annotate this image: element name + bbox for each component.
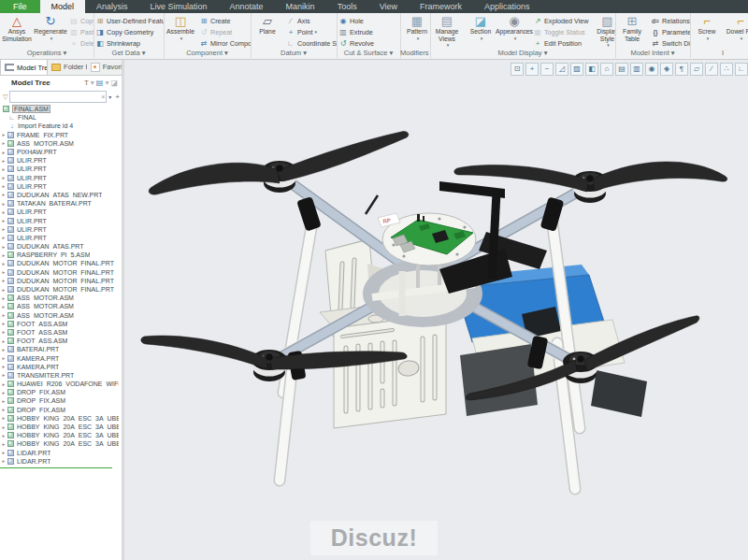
render-style-icon[interactable]: ◈: [660, 63, 673, 76]
expander-icon[interactable]: ▸: [0, 183, 7, 189]
expander-icon[interactable]: ▸: [0, 372, 7, 378]
navigator-tab-model-tree[interactable]: Model Tree: [0, 59, 48, 75]
expander-icon[interactable]: ▸: [0, 450, 7, 455]
expander-icon[interactable]: ▸: [0, 175, 7, 180]
expander-icon[interactable]: ▸: [0, 415, 7, 421]
tree-settings-dropdown-icon[interactable]: ▾: [91, 79, 94, 87]
tree-item-ulir-prt[interactable]: ▸ULIR.PRT: [0, 234, 119, 242]
tree-show-list-icon[interactable]: ▤: [96, 79, 104, 87]
group-label-component[interactable]: Component ▾: [164, 49, 251, 58]
tree-item-kamera-prt[interactable]: ▸KAMERA.PRT: [0, 353, 119, 362]
screw-button[interactable]: ⌐Screw▾: [691, 14, 723, 49]
tab-analysis[interactable]: Analysis: [85, 0, 139, 13]
plane-button[interactable]: ▱Plane: [252, 14, 283, 49]
tree-item-pixhaw-prt[interactable]: ▸PIXHAW.PRT: [0, 148, 119, 156]
tree-item-hobby-king-20a-esc-3a-ubec-asm[interactable]: ▸HOBBY_KING_20A_ESC_3A_UBEC.ASM: [0, 431, 119, 439]
expander-icon[interactable]: ▸: [0, 347, 7, 352]
user-defined-feature-button[interactable]: ⊞User-Defined Feature: [95, 15, 165, 26]
tree-show-dropdown-icon[interactable]: ▾: [105, 79, 108, 87]
tree-item-ass-motor-asm[interactable]: ▸ASS_MOTOR.ASM: [0, 139, 119, 148]
tree-item-drop-fix-asm[interactable]: ▸DROP_FIX.ASM: [0, 406, 119, 414]
tree-item-ass-motor-asm[interactable]: ▸ASS_MOTOR.ASM: [0, 294, 119, 302]
expander-icon[interactable]: ▸: [0, 424, 7, 430]
tree-item-tatakan-baterai-prt[interactable]: ▸TATAKAN_BATERAI.PRT: [0, 199, 119, 208]
tree-item-dudukan-atas-new-prt[interactable]: ▸DUDUKAN_ATAS_NEW.PRT: [0, 191, 119, 199]
expander-icon[interactable]: ▸: [0, 201, 7, 207]
tree-item-transmiter-prt[interactable]: ▸TRANSMITER.PRT: [0, 371, 119, 380]
expander-icon[interactable]: ▸: [0, 132, 7, 137]
group-label-operations[interactable]: Operations ▾: [0, 49, 94, 58]
edit-position-button[interactable]: +Edit Position: [533, 37, 588, 49]
shrinkwrap-button[interactable]: ◧Shrinkwrap: [95, 37, 165, 49]
display-style-icon[interactable]: ▥: [630, 63, 643, 76]
expander-icon[interactable]: ▸: [0, 364, 7, 369]
expander-icon[interactable]: ▸: [0, 269, 7, 275]
tree-item-ass-motor-asm[interactable]: ▸ASS_MOTOR.ASM: [0, 302, 119, 310]
tree-item-final-asm[interactable]: FINAL.ASM: [0, 105, 119, 113]
tree-item-raspberry-pi-5-asm[interactable]: ▸RASPBERRY_PI_5.ASM: [0, 251, 119, 259]
relations-button[interactable]: d=Relations: [651, 15, 691, 26]
expander-icon[interactable]: ▸: [0, 338, 7, 344]
axis-display-icon[interactable]: ∕: [705, 63, 718, 76]
tree-item-dudukan-motor-final-prt[interactable]: ▸DUDUKAN_MOTOR_FINAL.PRT: [0, 277, 119, 285]
tree-item-hobby-king-20a-esc-3a-ubec-asm[interactable]: ▸HOBBY_KING_20A_ESC_3A_UBEC.ASM: [0, 439, 119, 448]
zoom-out-icon[interactable]: −: [540, 63, 554, 76]
tree-item-dudukan-motor-final-prt[interactable]: ▸DUDUKAN_MOTOR_FINAL.PRT: [0, 268, 119, 277]
tree-item-ulir-prt[interactable]: ▸ULIR.PRT: [0, 225, 119, 234]
expander-icon[interactable]: ▸: [0, 140, 7, 146]
tree-item-ulir-prt[interactable]: ▸ULIR.PRT: [0, 182, 119, 191]
expander-icon[interactable]: ▸: [0, 321, 7, 326]
toggle-status-button[interactable]: ▦Toggle Status: [533, 26, 588, 37]
tree-item-drop-fix-asm[interactable]: ▸DROP_FIX.ASM: [0, 396, 119, 405]
navigator-tab-folder-b[interactable]: Folder B: [48, 59, 87, 75]
tree-item-ulir-prt[interactable]: ▸ULIR.PRT: [0, 174, 119, 182]
exploded-view-button[interactable]: ↗Exploded View: [533, 15, 588, 26]
tab-model[interactable]: Model: [40, 0, 86, 13]
search-add-icon[interactable]: +: [115, 93, 120, 101]
tab-view[interactable]: View: [368, 0, 409, 13]
tab-live-simulation[interactable]: Live Simulation: [139, 0, 219, 13]
group-label-datum[interactable]: Datum ▾: [251, 49, 337, 58]
display-style-button[interactable]: ▧Display Style▾: [591, 14, 616, 49]
point-display-icon[interactable]: ∴: [720, 63, 733, 76]
expander-icon[interactable]: ▸: [0, 287, 7, 293]
plane-display-icon[interactable]: ▱: [690, 63, 703, 76]
view-manager-icon[interactable]: ▤: [615, 63, 628, 76]
assemble-button[interactable]: ◫Assemble▾: [165, 14, 196, 49]
appearances-button[interactable]: ◉Appearances▾: [498, 14, 530, 49]
csys-display-icon[interactable]: ∟: [735, 63, 748, 76]
tree-item-ulir-prt[interactable]: ▸ULIR.PRT: [0, 208, 119, 216]
tab-framework[interactable]: Framework: [409, 0, 473, 13]
extrude-button[interactable]: ▥Extrude: [338, 26, 374, 37]
expander-icon[interactable]: ▸: [0, 218, 7, 223]
expander-icon[interactable]: ▸: [0, 441, 7, 447]
tree-item-hobby-king-20a-esc-3a-ubec-asm[interactable]: ▸HOBBY_KING_20A_ESC_3A_UBEC.ASM: [0, 414, 119, 423]
expander-icon[interactable]: ▸: [0, 304, 7, 309]
tree-item-drop-fix-asm[interactable]: ▸DROP_FIX.ASM: [0, 388, 119, 396]
tree-item-foot-ass-asm[interactable]: ▸FOOT_ASS.ASM: [0, 320, 119, 328]
expander-icon[interactable]: ▸: [0, 458, 7, 464]
tree-item-hobby-king-20a-esc-3a-ubec-asm[interactable]: ▸HOBBY_KING_20A_ESC_3A_UBEC.ASM: [0, 423, 119, 431]
tree-item-ulir-prt[interactable]: ▸ULIR.PRT: [0, 156, 119, 165]
group-label-model-display[interactable]: Model Display ▾: [430, 49, 615, 58]
expander-icon[interactable]: ▸: [0, 295, 7, 301]
expander-icon[interactable]: ▸: [0, 192, 7, 197]
tab-file[interactable]: File: [0, 0, 40, 13]
tree-item-kamera-prt[interactable]: ▸KAMERA.PRT: [0, 363, 119, 371]
axis-button[interactable]: ∕Axis: [286, 15, 338, 26]
ansys-simulation-button[interactable]: △Ansys Simulation: [1, 14, 33, 49]
tab-manikin[interactable]: Manikin: [275, 0, 326, 13]
mirror-component-button[interactable]: ⇄Mirror Component: [199, 37, 252, 49]
expander-icon[interactable]: ▸: [0, 433, 7, 438]
search-dropdown-icon[interactable]: ▾: [108, 93, 111, 100]
expander-icon[interactable]: ▸: [0, 278, 7, 283]
regenerate-button[interactable]: ↻Regenerate▾: [35, 14, 66, 49]
dowel-pin-button[interactable]: ⌐Dowel Pin▾: [725, 14, 748, 49]
expander-icon[interactable]: ▸: [0, 390, 7, 395]
expander-icon[interactable]: ▸: [0, 209, 7, 215]
tree-item-dudukan-motor-final-prt[interactable]: ▸DUDUKAN_MOTOR_FINAL.PRT: [0, 285, 119, 294]
expander-icon[interactable]: ▸: [0, 244, 7, 250]
tree-settings-icon[interactable]: T: [84, 79, 89, 87]
tree-item-final[interactable]: ∟FINAL: [0, 113, 119, 122]
hole-button[interactable]: ◉Hole: [338, 15, 374, 26]
